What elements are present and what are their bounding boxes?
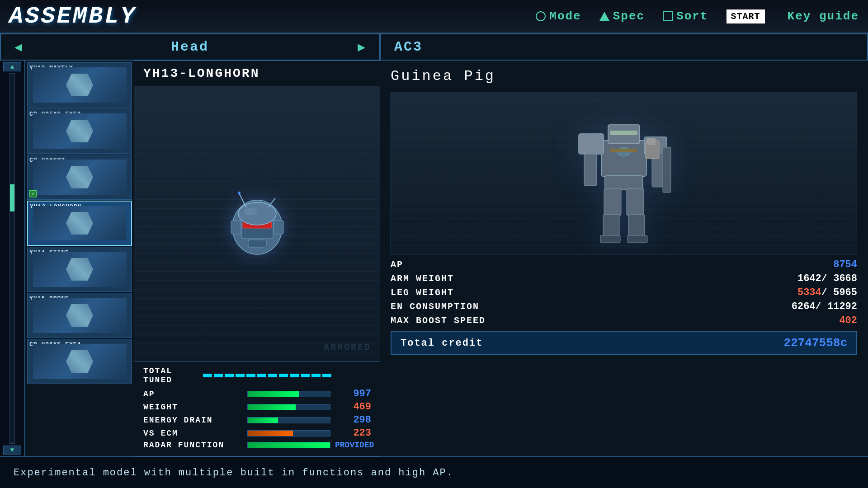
scroll-down-button[interactable]: ▼	[3, 446, 21, 455]
leg-weight-sep: /	[821, 287, 833, 298]
nav-spec[interactable]: Spec	[599, 9, 645, 23]
svg-rect-18	[663, 147, 671, 192]
svg-line-4	[239, 193, 246, 207]
part-thumbnail	[33, 252, 127, 287]
tuned-dots	[203, 374, 371, 377]
key-guide-button[interactable]: Key guide	[788, 9, 859, 23]
stat-radar-label: RADAR FUNCTION	[143, 441, 243, 450]
list-item[interactable]: YH15-DRONE	[27, 293, 132, 338]
tuned-dot	[279, 374, 288, 377]
credit-value: 22747558c	[784, 336, 847, 350]
ac-en-label: EN CONSUMPTION	[391, 301, 526, 312]
header: ASSEMBLY Mode Spec Sort START Key guide	[0, 0, 868, 33]
stat-row-ecm: VS ECM 223	[143, 427, 371, 439]
stat-energy-bar	[247, 417, 330, 423]
svg-rect-23	[628, 215, 645, 237]
stat-ap-fill	[248, 391, 299, 397]
ac-arm-weight-value: 1642/ 3668	[797, 273, 857, 284]
stat-ecm-fill	[248, 431, 293, 436]
en-max: 11292	[827, 301, 857, 312]
part-thumbnail	[33, 298, 127, 333]
svg-rect-22	[603, 215, 619, 237]
list-item[interactable]: CR-H05XS-EYE3	[27, 108, 132, 154]
ac-name: Guinea Pig	[391, 68, 857, 84]
equip-indicator: ≡	[29, 190, 37, 197]
description-text: Experimental model with multiple built i…	[14, 467, 453, 479]
nav-spec-label: Spec	[613, 9, 645, 23]
tuned-label: TOTAL TUNED	[143, 366, 198, 385]
stat-row-ap: AP 997	[143, 388, 371, 399]
part-preview: ARMORED	[134, 86, 380, 361]
svg-rect-11	[601, 141, 646, 177]
stat-ecm-label: VS ECM	[143, 429, 243, 438]
stat-weight-value: 469	[335, 401, 371, 413]
svg-rect-13	[610, 131, 637, 135]
credit-bar: Total credit 22747558c	[391, 331, 857, 355]
mech-full-display	[547, 100, 701, 247]
tuned-dot	[268, 374, 277, 377]
parts-list: YH12-MAYFLY CR-H05XS-EYE3 CR-H06SR2 ≡ YH…	[25, 61, 134, 456]
ac-stats: AP 8754 ARM WEIGHT 1642/ 3668 LEG WEIGHT…	[391, 259, 857, 326]
tuned-dot	[236, 374, 245, 377]
tuned-dot	[214, 374, 223, 377]
ac3-title: AC3	[394, 39, 423, 55]
list-item[interactable]: YH13-LONGHORN	[27, 201, 132, 246]
ac-leg-weight-label: LEG WEIGHT	[391, 287, 526, 298]
mech-head-display	[212, 173, 302, 275]
tuned-dot	[257, 374, 266, 377]
tuned-dot	[290, 374, 299, 377]
start-button[interactable]: START	[726, 9, 765, 23]
list-item[interactable]: YH14-STING	[27, 247, 132, 292]
stat-ap-bar	[247, 391, 330, 397]
svg-rect-29	[610, 149, 637, 152]
svg-point-5	[238, 192, 241, 194]
ac-stat-row-boost: MAX BOOST SPEED 402	[391, 315, 857, 326]
center-panel: YH13-LONGHORN	[134, 61, 381, 456]
svg-rect-24	[600, 235, 620, 243]
stat-radar-fill	[248, 442, 330, 448]
svg-rect-7	[248, 240, 266, 247]
nav-sort[interactable]: Sort	[663, 9, 708, 23]
tuned-dot	[246, 374, 255, 377]
tuned-dot	[311, 374, 321, 377]
stat-ap-value: 997	[335, 388, 371, 399]
stat-row-energy: ENERGY DRAIN 298	[143, 414, 371, 426]
svg-point-10	[244, 208, 257, 215]
svg-rect-14	[579, 134, 604, 154]
stat-energy-label: ENERGY DRAIN	[143, 416, 243, 425]
svg-rect-21	[627, 188, 644, 216]
part-thumbnail	[33, 206, 126, 241]
svg-rect-25	[627, 235, 647, 243]
section-prev-button[interactable]: ◀	[14, 39, 22, 55]
section-title: Head	[22, 39, 358, 55]
part-thumbnail	[33, 160, 127, 195]
scroll-thumb	[10, 184, 14, 211]
square-icon	[663, 11, 673, 21]
stat-weight-bar	[247, 404, 330, 410]
scroll-up-button[interactable]: ▲	[3, 62, 21, 71]
ac-boost-label: MAX BOOST SPEED	[391, 315, 526, 326]
ac-ap-value: 8754	[833, 259, 857, 270]
stat-ecm-value: 223	[335, 427, 371, 439]
tuned-dot	[225, 374, 234, 377]
nav-mode[interactable]: Mode	[536, 9, 581, 23]
stat-row-radar: RADAR FUNCTION PROVIDED	[143, 441, 371, 450]
ac-stat-row-en: EN CONSUMPTION 6264/ 11292	[391, 301, 857, 312]
list-item[interactable]: YH12-MAYFLY	[27, 62, 132, 108]
svg-point-3	[238, 202, 276, 225]
en-sep: /	[816, 301, 827, 312]
list-item[interactable]: CR-H06XS-EYE4	[27, 339, 132, 384]
nav-mode-label: Mode	[549, 9, 581, 23]
stat-energy-value: 298	[335, 414, 371, 426]
scroll-track	[9, 73, 15, 444]
ac-stat-row-arm-weight: ARM WEIGHT 1642/ 3668	[391, 273, 857, 284]
watermark: ARMORED	[324, 342, 371, 352]
stat-radar-bar	[247, 442, 330, 448]
section-next-button[interactable]: ▶	[358, 39, 365, 55]
en-current: 6264	[792, 301, 816, 312]
nav-items: Mode Spec Sort START Key guide	[536, 9, 859, 23]
ac-boost-value: 402	[839, 315, 857, 326]
ac-ap-label: AP	[391, 259, 526, 270]
triangle-icon	[599, 12, 609, 21]
list-item[interactable]: CR-H06SR2 ≡	[27, 155, 132, 200]
